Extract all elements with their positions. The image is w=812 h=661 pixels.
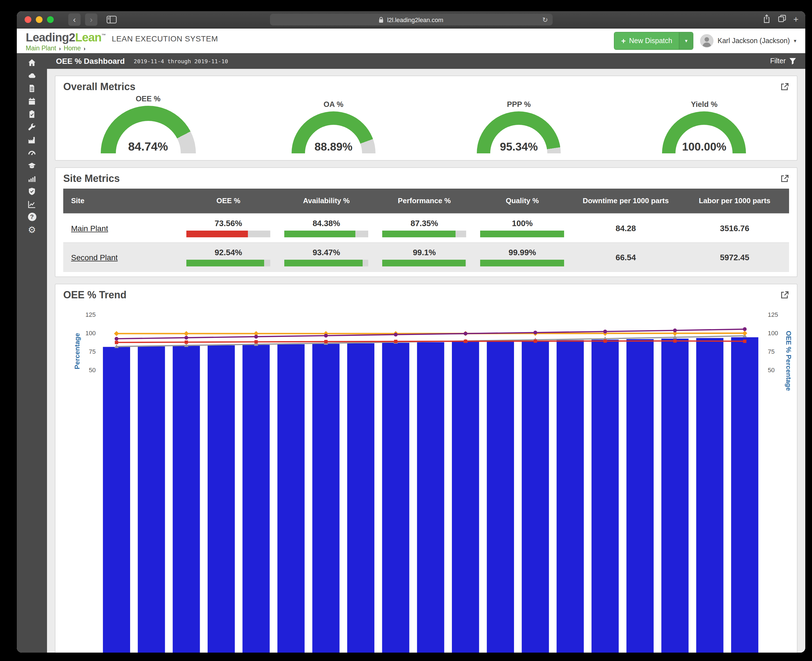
sidebar-item-checklist[interactable] <box>17 107 47 120</box>
forward-button[interactable]: › <box>85 13 97 26</box>
metric-value: 100% <box>477 219 568 228</box>
sidebar-item-help[interactable]: ? <box>17 211 47 224</box>
new-dispatch-dropdown-button[interactable]: ▾ <box>679 32 693 49</box>
new-dispatch-button[interactable]: + New Dispatch <box>614 32 679 49</box>
gauge-arc-oa: 88.89% <box>292 112 375 153</box>
quality-meter <box>480 231 565 237</box>
share-button[interactable] <box>763 14 770 26</box>
tabs-icon <box>778 14 786 22</box>
wrench-icon <box>27 122 37 131</box>
new-tab-button[interactable]: + <box>793 15 799 24</box>
series-orange <box>114 330 747 336</box>
overall-metrics-title: Overall Metrics <box>63 81 136 93</box>
y-tick-label: 50 <box>78 366 96 373</box>
filter-button[interactable]: Filter <box>770 57 796 65</box>
overall-metrics-card: Overall Metrics OEE % 84.74% <box>55 75 798 161</box>
sidebar-item-analytics[interactable] <box>17 198 47 211</box>
overall-metrics-expand-button[interactable] <box>780 82 789 93</box>
sidebar-nav: ? ⚙ <box>17 53 47 653</box>
calendar-icon <box>27 97 37 105</box>
clipboard-check-icon <box>27 109 37 118</box>
quality-meter <box>480 260 565 267</box>
y-tick-label: 125 <box>78 311 96 318</box>
gauge-icon <box>27 148 37 157</box>
metric-value: 93.47% <box>281 248 372 257</box>
oee-meter <box>187 231 270 237</box>
col-quality: Quality % <box>474 188 571 214</box>
site-metrics-card: Site Metrics Site OEE % Availability % <box>55 168 798 277</box>
line-chart-icon <box>27 200 37 209</box>
oee-trend-expand-button[interactable] <box>780 290 789 302</box>
chevron-down-icon: ▾ <box>794 38 796 44</box>
col-downtime: Downtime per 1000 parts <box>571 188 680 214</box>
external-link-icon <box>780 82 789 91</box>
availability-meter <box>284 260 368 267</box>
user-name: Karl Jackson (Jackson) <box>718 37 790 45</box>
availability-meter <box>284 231 368 237</box>
gauge-label: OA % <box>324 100 343 109</box>
metric-value: 73.56% <box>183 219 274 228</box>
url-text: l2l.leading2lean.com <box>387 16 443 23</box>
gauge-yield: Yield % 100.00% <box>612 94 797 158</box>
oee-trend-title: OEE % Trend <box>63 289 126 301</box>
user-menu[interactable]: Karl Jackson (Jackson) ▾ <box>700 34 797 48</box>
sidebar-item-factory[interactable] <box>17 133 47 146</box>
date-range: 2019-11-4 through 2019-11-10 <box>134 58 228 64</box>
factory-icon <box>27 135 37 144</box>
col-site: Site <box>63 188 179 214</box>
lock-icon <box>379 16 384 23</box>
sidebar-toggle-icon <box>106 16 117 24</box>
metric-value: 92.54% <box>183 248 274 257</box>
app-header: Leading2Lean™ LEAN EXECUTION SYSTEM Main… <box>17 29 805 53</box>
close-button[interactable] <box>25 16 31 23</box>
sidebar-item-settings[interactable]: ⚙ <box>17 224 47 236</box>
labor-value: 5972.45 <box>680 243 789 272</box>
breadcrumb-home[interactable]: Home <box>64 45 81 51</box>
page-title: OEE % Dashboard <box>56 56 125 65</box>
table-row-main-plant: Main Plant 73.56% 84.38% 87.35% 100% 84.… <box>63 214 789 243</box>
sidebar-item-calendar[interactable] <box>17 94 47 107</box>
minimize-button[interactable] <box>36 16 43 23</box>
home-icon <box>27 58 37 67</box>
gauge-arc-oee: 84.74% <box>101 106 196 153</box>
brand-logo[interactable]: Leading2Lean™ <box>26 30 105 44</box>
gear-icon: ⚙ <box>28 225 36 234</box>
gauge-ppp: PPP % 95.34% <box>426 94 612 158</box>
maximize-button[interactable] <box>47 16 54 23</box>
breadcrumb-main-plant[interactable]: Main Plant <box>26 45 56 51</box>
avatar <box>700 34 714 48</box>
chevron-down-icon: ▾ <box>685 38 688 44</box>
plus-icon: + <box>621 37 625 45</box>
site-metrics-expand-button[interactable] <box>780 174 789 185</box>
metric-value: 99.1% <box>378 248 470 257</box>
new-dispatch-split-button: + New Dispatch ▾ <box>614 32 694 50</box>
sidebar-item-dashboard[interactable] <box>17 146 47 159</box>
back-button[interactable]: ‹ <box>68 13 81 26</box>
col-labor: Labor per 1000 parts <box>680 188 789 214</box>
site-link-main-plant[interactable]: Main Plant <box>71 224 108 233</box>
sidebar-item-training[interactable] <box>17 159 47 172</box>
tabs-button[interactable] <box>778 14 786 25</box>
sidebar-item-documents[interactable] <box>17 82 47 94</box>
y-tick-label: 75 <box>768 348 785 354</box>
gauge-label: OEE % <box>136 94 161 103</box>
gauge-arc-ppp: 95.34% <box>477 112 561 153</box>
graduation-cap-icon <box>27 161 37 170</box>
refresh-button[interactable]: ↻ <box>542 16 548 24</box>
y-axis-left-ticks: 1251007550 <box>78 303 96 653</box>
share-icon <box>763 14 770 23</box>
gauge-label: Yield % <box>691 100 718 109</box>
sidebar-item-maintenance[interactable] <box>17 120 47 133</box>
document-icon <box>27 84 37 93</box>
y-tick-label: 100 <box>78 329 96 336</box>
sidebar-item-statistics[interactable] <box>17 172 47 185</box>
gauge-label: PPP % <box>507 100 531 109</box>
sidebar-item-home[interactable] <box>17 56 47 69</box>
metric-value: 84.38% <box>281 219 372 228</box>
site-link-second-plant[interactable]: Second Plant <box>71 253 118 262</box>
sidebar-item-cloud[interactable] <box>17 69 47 82</box>
address-bar[interactable]: l2l.leading2lean.com ↻ <box>270 14 552 26</box>
browser-titlebar: ‹ › l2l.leading2lean.com ↻ <box>17 11 805 29</box>
sidebar-toggle-button[interactable] <box>106 16 117 24</box>
sidebar-item-security[interactable] <box>17 185 47 198</box>
